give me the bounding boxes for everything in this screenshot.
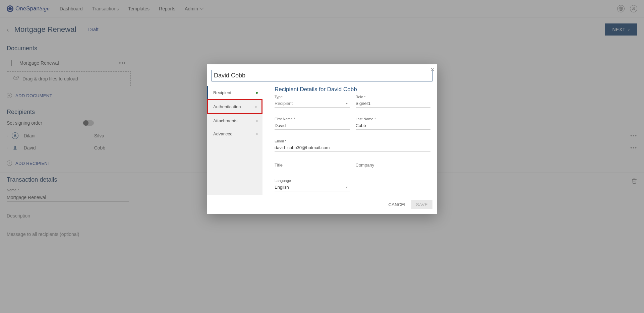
first-name-input[interactable] [275, 122, 350, 130]
modal-content: Recipient Details for David Cobb Type ▾ … [262, 86, 437, 195]
cancel-button[interactable]: CANCEL [389, 200, 407, 209]
tab-attachments[interactable]: Attachments [207, 114, 262, 127]
status-dot-icon [256, 120, 258, 122]
recipient-name-input[interactable] [212, 70, 432, 81]
modal-content-title: Recipient Details for David Cobb [275, 86, 430, 93]
type-label: Type [275, 95, 350, 99]
language-label: Language [275, 179, 350, 183]
tab-authentication[interactable]: Authentication [207, 99, 262, 114]
recipient-details-modal: ✕ Recipient Authentication Attachments [207, 64, 437, 214]
type-select[interactable] [275, 100, 350, 108]
title-input[interactable] [275, 161, 350, 169]
role-label: Role * [356, 95, 431, 99]
company-input[interactable] [356, 161, 431, 169]
tab-advanced[interactable]: Advanced [207, 127, 262, 140]
save-button[interactable]: SAVE [411, 200, 432, 209]
modal-overlay: ✕ Recipient Authentication Attachments [0, 0, 644, 313]
role-input[interactable] [356, 100, 431, 108]
language-select[interactable] [275, 183, 350, 191]
email-input[interactable] [275, 144, 430, 152]
status-dot-icon [255, 106, 257, 108]
first-name-label: First Name * [275, 117, 350, 121]
modal-tabs: Recipient Authentication Attachments Adv… [207, 86, 262, 195]
status-dot-icon [256, 92, 258, 94]
last-name-label: Last Name * [356, 117, 431, 121]
last-name-input[interactable] [356, 122, 431, 130]
tab-recipient[interactable]: Recipient [207, 86, 262, 99]
close-icon[interactable]: ✕ [430, 66, 434, 73]
email-label: Email * [275, 139, 430, 143]
status-dot-icon [256, 133, 258, 135]
modal-actions: CANCEL SAVE [207, 195, 437, 214]
